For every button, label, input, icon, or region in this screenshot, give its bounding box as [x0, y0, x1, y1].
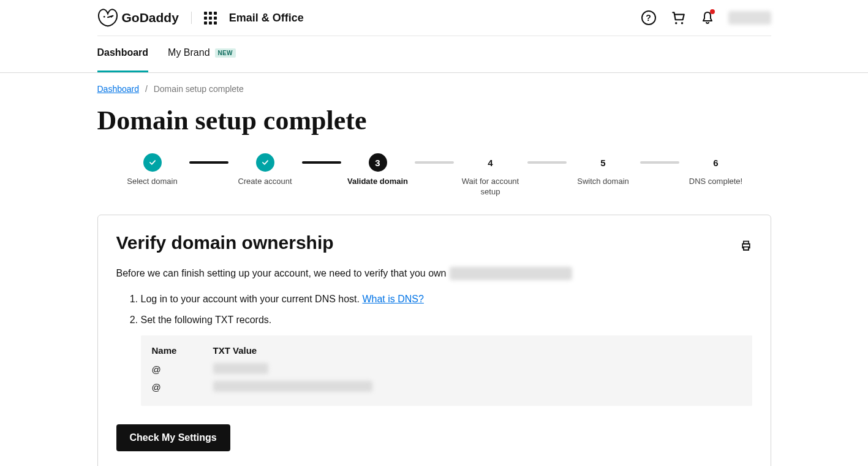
col-name-header: Name	[152, 345, 213, 356]
check-icon	[256, 153, 274, 172]
user-menu[interactable]	[728, 11, 771, 25]
step-number: 6	[713, 153, 718, 172]
wizard-steps: Select domain Create account 3 Validate …	[97, 153, 771, 197]
desc-text: Before we can finish setting up your acc…	[116, 268, 447, 279]
page-title: Domain setup complete	[97, 105, 771, 136]
step-connector	[189, 161, 228, 164]
table-header: Name TXT Value	[152, 345, 741, 356]
step-number: 5	[600, 153, 605, 172]
notification-dot-icon	[710, 9, 715, 14]
table-row: @	[152, 361, 741, 378]
list-item: Set the following TXT records.	[141, 315, 752, 326]
verify-card: Verify domain ownership Before we can fi…	[97, 215, 771, 466]
txt-name-cell: @	[152, 382, 213, 392]
logo[interactable]: GoDaddy	[97, 9, 179, 27]
instruction-text: Set the following TXT records.	[141, 315, 272, 325]
redacted-txt-value	[213, 381, 372, 392]
tab-label: My Brand	[168, 47, 209, 58]
step-label: Wait for account setup	[454, 177, 527, 197]
print-button[interactable]	[740, 240, 752, 254]
breadcrumb-current: Domain setup complete	[154, 84, 244, 94]
step-validate-domain: 3 Validate domain	[341, 153, 415, 187]
step-number: 3	[369, 153, 387, 172]
step-connector	[415, 161, 454, 164]
svg-point-3	[681, 22, 682, 24]
step-switch-domain: 5 Switch domain	[567, 153, 640, 187]
step-dns-complete: 6 DNS complete!	[679, 153, 753, 187]
help-icon: ?	[641, 10, 656, 25]
nav-tabs: Dashboard My Brand NEW	[97, 36, 771, 72]
step-label: Switch domain	[577, 177, 629, 187]
txt-records-table: Name TXT Value @ @	[141, 335, 752, 406]
godaddy-logo-icon	[97, 9, 118, 27]
instruction-list: Log in to your account with your current…	[116, 294, 752, 326]
redacted-domain	[450, 267, 572, 280]
step-number: 4	[488, 153, 492, 172]
logo-text: GoDaddy	[122, 10, 179, 25]
new-badge: NEW	[215, 48, 236, 58]
step-label: Create account	[238, 177, 292, 187]
col-value-header: TXT Value	[213, 345, 741, 356]
svg-point-0	[103, 16, 105, 18]
card-description: Before we can finish setting up your acc…	[116, 267, 752, 280]
step-create-account: Create account	[228, 153, 302, 187]
instruction-text: Log in to your account with your current…	[141, 294, 360, 304]
tab-dashboard[interactable]: Dashboard	[97, 47, 149, 72]
card-header: Verify domain ownership	[116, 232, 752, 267]
step-label: DNS complete!	[689, 177, 742, 187]
txt-name-cell: @	[152, 364, 213, 375]
breadcrumb: Dashboard / Domain setup complete	[97, 73, 771, 101]
help-button[interactable]: ?	[640, 9, 657, 26]
print-icon	[740, 240, 752, 252]
svg-point-1	[110, 16, 112, 18]
product-name: Email & Office	[229, 12, 304, 25]
breadcrumb-separator: /	[145, 84, 148, 94]
step-connector	[527, 161, 567, 164]
tab-my-brand[interactable]: My Brand NEW	[168, 47, 236, 72]
check-settings-button[interactable]: Check My Settings	[116, 424, 230, 451]
app-switcher-icon[interactable]	[204, 12, 217, 25]
step-select-domain: Select domain	[116, 153, 189, 187]
card-title: Verify domain ownership	[116, 232, 334, 253]
top-header: GoDaddy Email & Office ?	[97, 0, 771, 36]
cart-icon	[670, 10, 686, 26]
notifications-button[interactable]	[699, 9, 716, 26]
cart-button[interactable]	[670, 9, 687, 26]
step-label: Select domain	[127, 177, 177, 187]
txt-value-cell	[213, 363, 741, 376]
breadcrumb-root-link[interactable]: Dashboard	[97, 84, 140, 94]
header-right: ?	[640, 9, 771, 26]
divider	[191, 12, 192, 24]
step-connector	[640, 161, 679, 164]
table-row: @	[152, 378, 741, 396]
header-left: GoDaddy Email & Office	[97, 9, 304, 27]
check-icon	[143, 153, 162, 172]
svg-point-2	[675, 22, 677, 24]
tab-label: Dashboard	[97, 47, 149, 58]
svg-rect-5	[743, 246, 748, 250]
list-item: Log in to your account with your current…	[141, 294, 752, 305]
redacted-txt-value	[213, 363, 268, 374]
step-connector	[302, 161, 341, 164]
txt-value-cell	[213, 381, 741, 394]
step-label: Validate domain	[347, 177, 408, 187]
what-is-dns-link[interactable]: What is DNS?	[362, 294, 423, 304]
step-wait-account: 4 Wait for account setup	[454, 153, 527, 197]
